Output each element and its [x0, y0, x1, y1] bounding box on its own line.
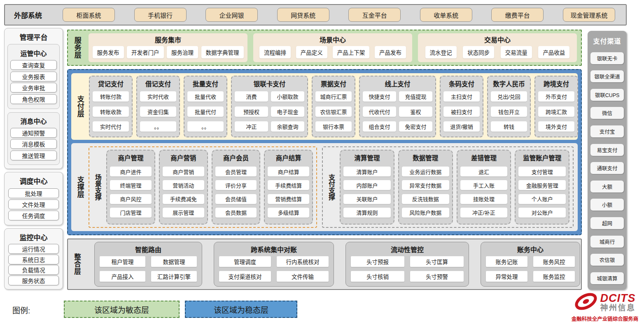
payment-item-button[interactable]: 被扫支付	[443, 107, 480, 117]
service-item-button[interactable]: 产品发布	[375, 46, 406, 58]
support-item-button[interactable]: 金融服务管理	[518, 180, 566, 190]
payment-item-button[interactable]: 批量代收	[187, 91, 224, 102]
payment-item-button[interactable]: 外币支付	[538, 91, 574, 102]
integration-item-button[interactable]: 支付渠道核对	[219, 271, 271, 282]
integration-item-button[interactable]: 头寸预报	[351, 256, 404, 267]
payment-item-button[interactable]: 小额取款	[271, 91, 304, 102]
external-system-button[interactable]: 收单系统	[420, 8, 472, 22]
external-system-button[interactable]: 手机银行	[134, 8, 187, 22]
support-item-button[interactable]: 清算账户	[343, 167, 391, 176]
payment-item-button[interactable]: 主扫支付	[443, 91, 480, 102]
payment-item-button[interactable]: 实时代付	[93, 121, 129, 132]
payment-item-button[interactable]: 鉴权	[399, 107, 432, 117]
payment-item-button[interactable]: 冲正	[235, 121, 268, 132]
management-item-button[interactable]: 业务审批	[10, 83, 57, 93]
service-item-button[interactable]: 产品收益	[538, 46, 569, 58]
integration-item-button[interactable]: 数据管理	[151, 256, 197, 267]
management-item-button[interactable]: 通知预警	[10, 128, 57, 138]
support-item-button[interactable]: 风险账户数据	[402, 208, 449, 218]
payment-item-button[interactable]: 预授权	[235, 107, 268, 117]
integration-item-button[interactable]: 头寸预警	[410, 271, 464, 282]
service-item-button[interactable]: 服务治理	[167, 46, 198, 58]
external-system-button[interactable]: 网贷系统	[277, 8, 329, 22]
integration-item-button[interactable]: 账务风控	[533, 256, 575, 267]
payment-item-button[interactable]: 境外支付	[538, 121, 574, 132]
payment-channel-button[interactable]: 支付宝	[590, 125, 624, 137]
payment-channel-button[interactable]: 小额	[590, 199, 624, 211]
payment-channel-button[interactable]: 城银清算	[590, 272, 624, 284]
payment-item-button[interactable]: 批量代付	[187, 107, 224, 117]
management-item-button[interactable]: 查询查复	[10, 60, 57, 70]
service-item-button[interactable]: 流程编排	[259, 46, 291, 58]
integration-item-button[interactable]: 汇路计算引擎	[151, 271, 197, 282]
service-item-button[interactable]: 服务发布	[93, 46, 124, 58]
payment-item-button[interactable]: 免密支付	[399, 121, 432, 132]
integration-item-button[interactable]: 异常处理	[486, 271, 527, 282]
support-item-button[interactable]: 会员管理	[215, 167, 257, 176]
support-item-button[interactable]: 内部账户	[343, 180, 391, 190]
integration-item-button[interactable]: 产品接入	[100, 271, 145, 282]
support-item-button[interactable]: 挂账处理	[460, 194, 508, 204]
payment-channel-button[interactable]: 超网	[590, 217, 624, 229]
payment-channel-button[interactable]: 微信	[590, 107, 624, 119]
management-item-button[interactable]: 消息模板	[10, 139, 57, 149]
payment-channel-button[interactable]: 大额	[590, 181, 624, 192]
payment-channel-button[interactable]: 通联支付	[590, 162, 624, 174]
payment-item-button[interactable]: 转账收款	[93, 107, 129, 117]
payment-item-button[interactable]: 兑出/兑回	[491, 91, 527, 102]
payment-channel-button[interactable]: 银联CUPS	[590, 89, 624, 101]
external-system-button[interactable]: 缴费平台	[491, 8, 544, 22]
support-item-button[interactable]: 展示管理	[163, 208, 204, 218]
service-item-button[interactable]: 产品定义	[296, 46, 327, 58]
support-item-button[interactable]: 门店管理	[110, 208, 152, 218]
service-item-button[interactable]: 数据字典管理	[201, 46, 244, 58]
management-item-button[interactable]: 推送管理	[10, 151, 57, 160]
integration-item-button[interactable]: 租户管理	[100, 256, 145, 267]
payment-item-button[interactable]: 代收代付	[363, 107, 396, 117]
integration-item-button[interactable]: 头寸匡算	[410, 256, 464, 267]
payment-channel-button[interactable]: 农信银	[590, 254, 624, 266]
support-item-button[interactable]: 手工入账	[460, 180, 508, 190]
support-item-button[interactable]: 异常支付数据	[402, 180, 449, 190]
service-item-button[interactable]: 开发者门户	[127, 46, 164, 58]
management-item-button[interactable]: 服务状态	[8, 276, 59, 285]
support-item-button[interactable]: 终端管理	[110, 180, 152, 190]
payment-item-button[interactable]: 退货/撤销	[443, 121, 480, 132]
payment-channel-button[interactable]: 银联全渠道	[590, 70, 624, 82]
support-item-button[interactable]: 业务运行数据	[402, 167, 449, 176]
payment-item-button[interactable]: 快捷支付	[363, 91, 396, 102]
integration-item-button[interactable]: 账务监控	[533, 271, 575, 282]
support-item-button[interactable]: 退汇	[460, 167, 508, 176]
payment-item-button[interactable]: 城商行汇票	[315, 91, 352, 102]
service-item-button[interactable]: 流水登记	[425, 46, 457, 58]
payment-item-button[interactable]: 。。	[187, 121, 224, 132]
support-item-button[interactable]: 商户风控	[110, 194, 152, 204]
payment-channel-button[interactable]: 城商行	[590, 236, 624, 248]
management-item-button[interactable]: 文件处理	[8, 199, 59, 209]
support-item-button[interactable]: 商户结算	[268, 167, 309, 176]
integration-item-button[interactable]: 头寸核销	[351, 271, 404, 282]
support-item-button[interactable]: 商户营销	[163, 167, 204, 176]
payment-item-button[interactable]: 充值提现	[399, 91, 432, 102]
management-item-button[interactable]: 系统日志	[8, 255, 59, 264]
support-item-button[interactable]: 冲正/补正	[460, 208, 508, 218]
integration-item-button[interactable]: 文件传输	[277, 271, 329, 282]
payment-item-button[interactable]: 转钱	[491, 121, 527, 132]
support-item-button[interactable]: 多级结算	[268, 208, 309, 218]
support-item-button[interactable]: 营销活动	[163, 180, 204, 190]
support-item-button[interactable]: 反洗钱数据	[402, 194, 449, 204]
support-item-button[interactable]: 对公账户	[518, 208, 566, 218]
payment-item-button[interactable]: 银行本票	[315, 121, 352, 132]
integration-item-button[interactable]: 账务记账	[486, 256, 527, 267]
support-item-button[interactable]: 清算规则	[343, 208, 391, 218]
support-item-button[interactable]: 个人账户	[518, 194, 566, 204]
management-item-button[interactable]: 业务报表	[10, 72, 57, 81]
payment-item-button[interactable]: 农信银汇票	[315, 107, 352, 117]
support-item-button[interactable]: 评价分享	[215, 180, 257, 190]
integration-item-button[interactable]: 行内系统核对	[277, 256, 329, 267]
management-item-button[interactable]: 任务调度	[8, 211, 59, 220]
support-item-button[interactable]: 商户进件	[110, 167, 152, 176]
payment-item-button[interactable]: 资金归集	[140, 107, 176, 117]
management-item-button[interactable]: 负载情况	[8, 265, 59, 275]
management-item-button[interactable]: 角色权限	[10, 94, 57, 104]
